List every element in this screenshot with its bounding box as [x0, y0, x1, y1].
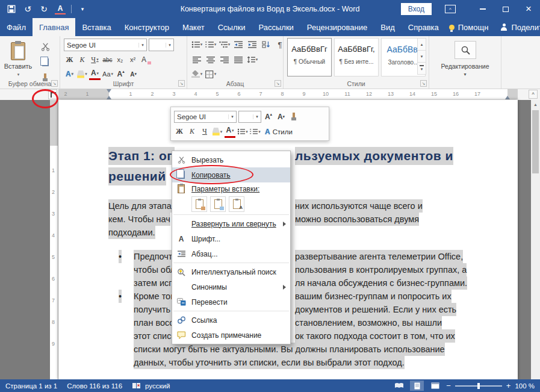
save-button[interactable] [6, 4, 17, 14]
menu-item-expand-collapse[interactable]: Развернуть или свернуть [172, 216, 290, 231]
font-dialog-launcher[interactable] [178, 80, 185, 87]
page-indicator[interactable]: Страница 1 из 1 [5, 382, 57, 390]
mini-italic-button[interactable]: К [187, 126, 197, 138]
language-indicator[interactable]: русский [145, 382, 170, 390]
menu-item-paragraph[interactable]: Абзац... [172, 246, 290, 261]
tab-help[interactable]: Справка [402, 18, 445, 36]
increase-indent-button[interactable] [246, 39, 259, 51]
editing-dropdown-arrow[interactable] [429, 72, 501, 77]
zoom-slider[interactable] [455, 385, 502, 387]
tab-file[interactable]: Файл [0, 18, 33, 36]
zoom-in-button[interactable] [506, 381, 511, 390]
redo-button[interactable] [39, 4, 49, 14]
menu-item-link[interactable]: Ссылка [172, 313, 290, 328]
zoom-level[interactable]: 100 % [515, 382, 535, 390]
clipboard-dialog-launcher[interactable] [51, 80, 58, 87]
mini-format-painter-button[interactable] [288, 111, 299, 123]
numbering-button[interactable] [204, 39, 217, 51]
mini-numbering-button[interactable] [250, 126, 261, 138]
left-indent-marker[interactable] [107, 96, 111, 99]
strikethrough-button[interactable]: abc [102, 54, 113, 66]
line-spacing-button[interactable] [246, 54, 259, 66]
bullets-button[interactable] [190, 39, 203, 51]
copy-button[interactable] [35, 54, 55, 70]
sort-button[interactable] [259, 39, 273, 51]
change-case-button[interactable]: Аа [102, 68, 114, 80]
shrink-font-button[interactable]: А [128, 68, 139, 80]
highlight-color-button[interactable] [76, 68, 88, 80]
font-color-button[interactable]: А [55, 4, 66, 14]
maximize-button[interactable] [494, 0, 517, 18]
first-line-indent-marker[interactable] [107, 89, 111, 93]
zoom-slider-thumb[interactable] [477, 383, 480, 389]
paste-merge-formatting-button[interactable] [210, 196, 226, 212]
font-color-button[interactable]: А [89, 68, 101, 80]
grow-font-button[interactable]: А [115, 68, 126, 80]
share-button[interactable]: Поделиться [497, 23, 540, 32]
align-left-button[interactable] [190, 54, 203, 66]
cut-button[interactable] [35, 39, 55, 54]
mini-bullets-button[interactable] [237, 126, 248, 138]
subscript-button[interactable]: x₂ [114, 54, 126, 66]
tab-mailings[interactable]: Рассылки [252, 18, 300, 36]
tab-design[interactable]: Конструктор [118, 18, 176, 36]
menu-item-synonyms[interactable]: Синонимы [172, 279, 290, 294]
mini-highlight-button[interactable] [212, 126, 223, 138]
justify-button[interactable] [232, 54, 245, 66]
menu-item-font[interactable]: А Шрифт... [172, 231, 290, 246]
menu-item-copy[interactable]: Копировать [172, 167, 290, 182]
style-card-no-spacing[interactable]: АаБбВвГг, ¶ Без инте... [334, 38, 379, 76]
mini-font-name-select[interactable]: Segoe UI [174, 111, 237, 123]
read-mode-button[interactable] [392, 381, 406, 391]
tab-home[interactable]: Главная [33, 18, 75, 36]
tab-stop-selector[interactable] [48, 89, 57, 99]
right-indent-marker[interactable] [505, 96, 510, 99]
undo-button[interactable] [22, 4, 33, 14]
tab-layout[interactable]: Макет [176, 18, 211, 36]
mini-font-size-select[interactable] [238, 111, 261, 123]
font-size-select[interactable] [149, 39, 174, 51]
mini-font-color-button[interactable]: А [225, 126, 235, 138]
scrollbar-thumb[interactable] [532, 110, 539, 173]
decrease-indent-button[interactable] [232, 39, 245, 51]
qat-customize-button[interactable] [77, 4, 88, 14]
align-center-button[interactable] [204, 54, 217, 66]
tell-me-button[interactable]: Помощн [445, 23, 492, 32]
sign-in-button[interactable]: Вход [401, 3, 432, 15]
menu-item-smart-lookup[interactable]: Интеллектуальный поиск [172, 264, 290, 279]
align-right-button[interactable] [218, 54, 231, 66]
collapse-ribbon-button[interactable] [529, 90, 538, 99]
scroll-up-arrow-icon[interactable] [531, 100, 540, 109]
menu-item-new-comment[interactable]: Создать примечание [172, 328, 290, 343]
editing-button[interactable] [455, 41, 476, 59]
zoom-out-button[interactable] [446, 381, 451, 390]
styles-scroll-down-button[interactable] [417, 50, 426, 63]
menu-item-translate[interactable]: Перевести [172, 294, 290, 310]
italic-button[interactable]: К [76, 54, 88, 66]
paste-button[interactable]: Вставить [2, 39, 34, 86]
text-effects-button[interactable]: А [64, 68, 75, 80]
print-layout-button[interactable] [410, 381, 424, 391]
close-button[interactable] [517, 0, 540, 18]
ribbon-display-options-icon[interactable] [445, 5, 456, 13]
styles-gallery-more-button[interactable] [417, 62, 426, 75]
tab-insert[interactable]: Вставка [75, 18, 117, 36]
proofing-icon[interactable] [132, 382, 141, 389]
multilevel-list-button[interactable] [218, 39, 231, 51]
mini-underline-button[interactable]: Ч [199, 126, 210, 138]
borders-button[interactable] [204, 68, 217, 80]
vertical-scrollbar[interactable] [531, 100, 540, 379]
styles-dialog-launcher[interactable] [420, 80, 427, 87]
paragraph-dialog-launcher[interactable] [275, 80, 281, 87]
clear-formatting-button[interactable]: А [140, 54, 151, 66]
font-name-select[interactable]: Segoe UI [64, 39, 147, 51]
paste-keep-formatting-button[interactable] [191, 196, 207, 212]
web-layout-button[interactable] [428, 381, 442, 391]
bold-button[interactable]: Ж [64, 54, 75, 66]
minimize-button[interactable] [471, 0, 494, 18]
underline-button[interactable]: Ч [89, 54, 101, 66]
mini-bold-button[interactable]: Ж [174, 126, 185, 138]
shading-button[interactable] [190, 68, 203, 80]
tab-references[interactable]: Ссылки [211, 18, 252, 36]
superscript-button[interactable]: x² [127, 54, 138, 66]
